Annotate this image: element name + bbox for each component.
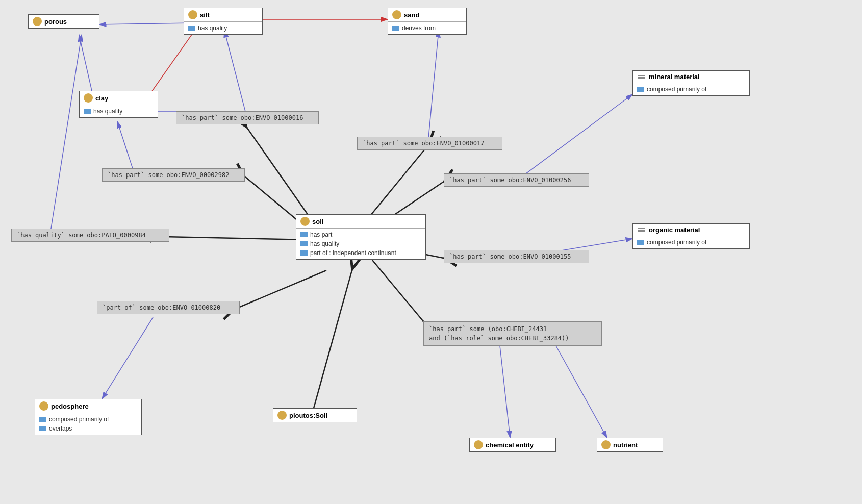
silt-icon (188, 10, 197, 19)
expr-envo-01000017: `has part` some obo:ENVO_01000017 (357, 137, 502, 150)
sand-node[interactable]: sand derives from (388, 8, 467, 35)
chemical-label: chemical entity (486, 441, 534, 449)
expr-pato-0000984: `has quality` some obo:PATO_0000984 (11, 229, 169, 242)
soil-row-1: has quality (310, 240, 339, 247)
silt-row-0: has quality (198, 24, 227, 32)
svg-line-19 (500, 346, 510, 438)
svg-line-6 (164, 237, 306, 240)
silt-node[interactable]: silt has quality (184, 8, 263, 35)
mineral-lines-icon (637, 73, 646, 81)
svg-line-24 (99, 23, 194, 24)
expr-envo-01000016: `has part` some obo:ENVO_01000016 (176, 111, 319, 124)
soil-row0-icon (300, 232, 308, 237)
porous-icon (33, 17, 42, 26)
soil-row-2: part of : independent continuant (310, 249, 396, 257)
organic-material-node[interactable]: organic material composed primarily of (632, 223, 750, 249)
svg-line-13 (224, 31, 247, 119)
soil-node[interactable]: soil has part has quality part of : inde… (296, 214, 426, 260)
sand-label: sand (404, 11, 419, 19)
pedosphere-row-1: overlaps (49, 425, 72, 432)
clay-label: clay (95, 94, 108, 102)
organic-lines-icon (637, 226, 646, 234)
porous-label: porous (44, 18, 67, 26)
chemical-entity-node[interactable]: chemical entity (469, 438, 556, 452)
porous-node[interactable]: porous (28, 14, 99, 29)
soil-row-0: has part (310, 231, 332, 238)
svg-line-20 (556, 346, 607, 438)
clay-row-0: has quality (93, 108, 122, 115)
organic-label: organic material (649, 226, 700, 234)
silt-row-icon (188, 26, 195, 31)
svg-line-15 (117, 121, 133, 168)
diagram-canvas: porous silt has quality sand derives fro… (0, 0, 862, 504)
nutrient-label: nutrient (613, 441, 638, 449)
svg-line-17 (515, 94, 632, 182)
organic-row-0: composed primarily of (647, 239, 706, 246)
nutrient-icon (601, 440, 611, 449)
ploutos-soil-node[interactable]: ploutos:Soil (273, 408, 357, 422)
ploutos-label: ploutos:Soil (289, 412, 327, 419)
chemical-icon (474, 440, 483, 449)
ploutos-icon (277, 411, 287, 420)
expr-envo-01000820: `part of` some obo:ENVO_01000820 (97, 301, 240, 314)
svg-line-4 (247, 128, 311, 219)
svg-line-11 (372, 260, 423, 321)
soil-label: soil (312, 218, 323, 225)
expr-chebi-complex: `has part` some (obo:CHEBI_24431 and (`h… (423, 321, 602, 346)
sand-row-icon (392, 26, 399, 31)
svg-line-22 (51, 35, 82, 229)
svg-line-23 (79, 35, 92, 91)
sand-icon (392, 10, 401, 19)
nutrient-node[interactable]: nutrient (597, 438, 663, 452)
svg-line-7 (235, 270, 326, 309)
pedosphere-node[interactable]: pedosphere composed primarily of overlap… (35, 399, 142, 435)
mineral-row-icon (637, 87, 644, 92)
pedosphere-row1-icon (39, 426, 46, 431)
soil-row2-icon (300, 250, 308, 256)
clay-icon (84, 93, 93, 103)
soil-row1-icon (300, 241, 308, 246)
svg-line-12 (314, 270, 352, 408)
svg-line-21 (102, 317, 153, 399)
soil-icon (300, 217, 310, 226)
mineral-row-0: composed primarily of (647, 86, 706, 93)
sand-row-0: derives from (402, 24, 436, 32)
svg-line-25 (148, 28, 196, 97)
expr-envo-01000256: `has part` some obo:ENVO_01000256 (444, 173, 589, 187)
expr-envo-01000155: `has part` some obo:ENVO_01000155 (444, 250, 589, 263)
silt-label: silt (200, 11, 210, 19)
organic-row-icon (637, 240, 644, 245)
expr-envo-00002982: `has part` some obo:ENVO_00002982 (102, 168, 245, 182)
mineral-material-node[interactable]: mineral material composed primarily of (632, 70, 750, 96)
pedosphere-icon (39, 401, 48, 411)
clay-node[interactable]: clay has quality (79, 91, 158, 118)
pedosphere-row-0: composed primarily of (49, 416, 109, 423)
clay-row-icon (84, 109, 91, 114)
pedosphere-row0-icon (39, 417, 46, 422)
pedosphere-label: pedosphere (51, 402, 89, 410)
svg-line-8 (367, 145, 428, 219)
svg-line-16 (428, 31, 439, 138)
mineral-label: mineral material (649, 73, 700, 81)
